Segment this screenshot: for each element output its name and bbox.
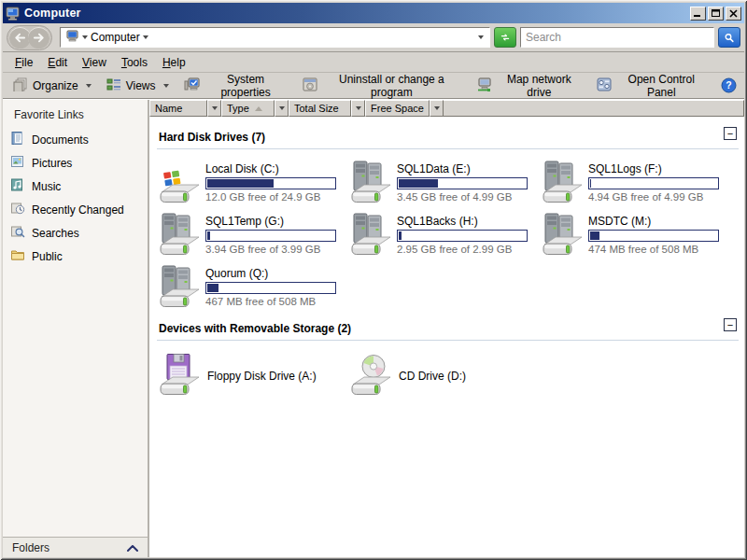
sidebar-item-music[interactable]: Music [3, 175, 148, 198]
capacity-bar [205, 282, 336, 294]
capacity-bar [397, 177, 528, 189]
views-button[interactable]: Views [100, 75, 176, 97]
search-button[interactable] [718, 27, 740, 48]
column-header-total-size[interactable]: Total Size [289, 100, 351, 117]
help-button[interactable]: ? [717, 75, 740, 96]
file-list-pane: NameTypeTotal SizeFree Space Hard Disk D… [149, 100, 744, 557]
address-field[interactable]: Computer [60, 27, 490, 48]
drive-free-space: 4.94 GB free of 4.99 GB [588, 191, 719, 203]
svg-text:?: ? [726, 79, 731, 91]
menu-item-help[interactable]: Help [156, 54, 192, 71]
column-header-free-space[interactable]: Free Space [365, 100, 430, 117]
close-button[interactable] [726, 7, 741, 21]
chevron-down-icon [279, 106, 285, 110]
drive-free-space: 3.94 GB free of 3.99 GB [205, 244, 336, 255]
column-label: Name [155, 103, 182, 114]
map-network-drive-button[interactable]: Map network drive [470, 70, 587, 102]
drive-info: Local Disk (C:)12.0 GB free of 24.9 GB [205, 161, 336, 203]
capacity-bar [588, 230, 719, 242]
maximize-button[interactable] [708, 7, 724, 21]
sidebar-item-pictures[interactable]: Pictures [3, 151, 148, 175]
menu-item-edit[interactable]: Edit [41, 54, 74, 71]
floppy-drive-icon [159, 353, 200, 396]
column-filter-arrow-name[interactable] [207, 100, 221, 117]
window-title: Computer [24, 7, 688, 20]
sidebar-item-searches[interactable]: Searches [3, 221, 148, 245]
menu-item-tools[interactable]: Tools [115, 54, 154, 71]
refresh-button[interactable] [494, 27, 516, 48]
drive-name: Local Disk (C:) [205, 162, 336, 175]
drive-name: SQL1Backs (H:) [397, 215, 528, 228]
column-headers: NameTypeTotal SizeFree Space [149, 100, 744, 117]
forward-button[interactable] [28, 27, 49, 49]
drive-grid: Local Disk (C:)12.0 GB free of 24.9 GBSQ… [157, 155, 739, 312]
column-header-type[interactable]: Type [221, 100, 275, 117]
sidebar-item-label: Music [32, 180, 61, 193]
menu-item-file[interactable]: File [8, 54, 39, 71]
search-input[interactable] [521, 31, 713, 44]
uninstall-or-change-a-program-button[interactable]: Uninstall or change a program [296, 70, 468, 102]
organize-icon [13, 77, 28, 94]
column-filter-arrow-total-size[interactable] [351, 100, 365, 117]
drive-free-space: 3.45 GB free of 4.99 GB [397, 191, 528, 203]
column-label: Free Space [371, 103, 424, 114]
system-properties-button[interactable]: System properties [177, 70, 294, 102]
chevron-down-icon [478, 35, 484, 39]
capacity-bar [205, 230, 336, 242]
folders-label: Folders [12, 541, 49, 554]
sidebar-item-label: Public [32, 250, 63, 263]
drive-free-space: 467 MB free of 508 MB [205, 296, 336, 307]
server-drive-icon [159, 213, 200, 256]
chevron-down-icon [356, 106, 361, 110]
group-collapse-button[interactable]: − [724, 127, 737, 140]
toolbar-button-label: System properties [204, 73, 288, 99]
searches-icon [10, 224, 25, 242]
chevron-down-icon [82, 35, 88, 39]
drive-item-quorum-q[interactable]: Quorum (Q:)467 MB free of 508 MB [159, 265, 350, 308]
sidebar-item-label: Pictures [32, 157, 72, 170]
server-drive-icon [542, 213, 583, 256]
drive-item-cd-drive-d[interactable]: CD Drive (D:) [350, 352, 542, 397]
drive-name: MSDTC (M:) [588, 215, 719, 228]
column-header-name[interactable]: Name [149, 100, 207, 117]
group-collapse-button[interactable]: − [724, 318, 737, 331]
drive-info: Quorum (Q:)467 MB free of 508 MB [205, 265, 336, 307]
toolbar-button-label: Map network drive [497, 73, 581, 99]
drive-info: SQL1Temp (G:)3.94 GB free of 3.99 GB [205, 213, 336, 255]
windows-drive-icon [159, 161, 200, 203]
drive-item-sql1data-e[interactable]: SQL1Data (E:)3.45 GB free of 4.99 GB [350, 161, 542, 203]
drive-name: Floppy Disk Drive (A:) [207, 366, 317, 383]
drive-item-local-disk-c[interactable]: Local Disk (C:)12.0 GB free of 24.9 GB [159, 161, 350, 203]
sidebar-item-public[interactable]: Public [3, 245, 148, 268]
address-crumb-computer[interactable]: Computer [63, 30, 152, 45]
drive-item-msdtc-m[interactable]: MSDTC (M:)474 MB free of 508 MB [542, 213, 733, 256]
sidebar-item-documents[interactable]: Documents [3, 128, 148, 151]
chevron-down-icon [163, 84, 169, 88]
explorer-window: Computer Computer FileEditViewToolsHelp … [0, 0, 747, 560]
open-control-panel-button[interactable]: Open Control Panel [590, 70, 713, 102]
column-filter-arrow-type[interactable] [275, 100, 289, 117]
address-dropdown-button[interactable] [474, 35, 487, 39]
address-bar-row: Computer [3, 23, 744, 52]
cd-drive-icon [350, 353, 391, 396]
folders-bar[interactable]: Folders [3, 537, 148, 557]
list-body: Hard Disk Drives (7)−Local Disk (C:)12.0… [149, 117, 744, 557]
drive-free-space: 12.0 GB free of 24.9 GB [205, 191, 336, 203]
control-panel-icon [597, 77, 612, 94]
sidebar-item-recently-changed[interactable]: Recently Changed [3, 198, 148, 221]
drive-item-sql1backs-h[interactable]: SQL1Backs (H:)2.95 GB free of 2.99 GB [350, 213, 542, 256]
group-label: Hard Disk Drives (7) [159, 131, 265, 144]
drive-name: SQL1Data (E:) [397, 162, 528, 175]
menu-item-view[interactable]: View [76, 54, 113, 71]
map-network-drive-icon [476, 77, 492, 94]
minimize-button[interactable] [690, 7, 706, 21]
drive-item-sql1temp-g[interactable]: SQL1Temp (G:)3.94 GB free of 3.99 GB [159, 213, 350, 256]
organize-button[interactable]: Organize [7, 75, 98, 97]
column-filter-arrow-free-space[interactable] [430, 100, 444, 117]
recently-changed-icon [10, 201, 25, 218]
views-icon [106, 77, 121, 94]
sidebar-item-label: Searches [32, 227, 79, 240]
drive-item-sql1logs-f[interactable]: SQL1Logs (F:)4.94 GB free of 4.99 GB [542, 161, 733, 203]
column-label: Type [227, 103, 249, 114]
drive-item-floppy-disk-drive-a[interactable]: Floppy Disk Drive (A:) [159, 352, 350, 397]
